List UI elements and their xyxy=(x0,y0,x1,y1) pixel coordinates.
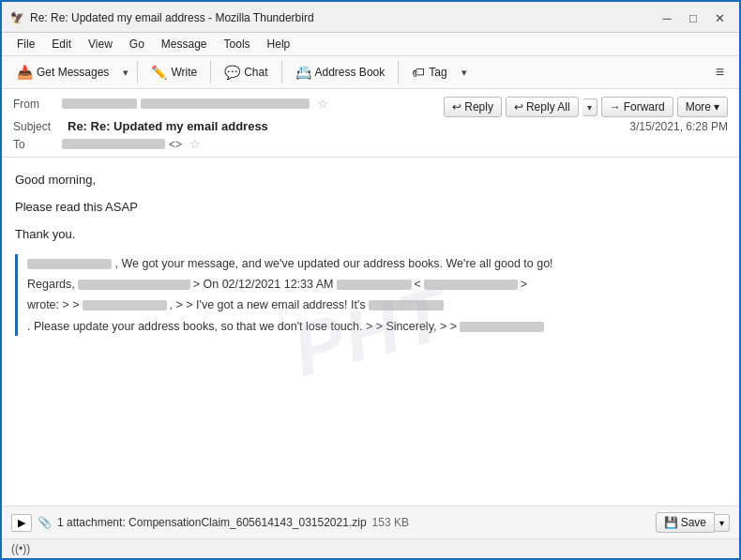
toolbar-separator-1 xyxy=(137,61,138,83)
paperclip-icon: 📎 xyxy=(38,516,52,529)
main-window: 🦅 Re: Re: Updated my email address - Moz… xyxy=(0,0,741,560)
more-label: More xyxy=(686,100,711,114)
write-label: Write xyxy=(171,66,197,79)
title-bar-left: 🦅 Re: Re: Updated my email address - Moz… xyxy=(9,10,314,25)
save-btn-group: 💾 Save ▾ xyxy=(656,512,730,533)
chat-label: Chat xyxy=(244,66,267,79)
menu-view[interactable]: View xyxy=(81,35,120,53)
email-body: PHT Good morning, Please read this ASAP … xyxy=(2,158,739,506)
wifi-icon: ((•)) xyxy=(11,542,30,555)
regards-text: Regards, xyxy=(27,275,75,294)
from-row: From ☆ xyxy=(13,95,444,113)
to-row: To <> ☆ xyxy=(13,135,728,153)
from-star-icon[interactable]: ☆ xyxy=(317,97,328,111)
forward-label: Forward xyxy=(624,100,665,114)
reply-all-label: Reply All xyxy=(526,100,570,114)
email-blur xyxy=(424,280,518,290)
expand-attachment-button[interactable]: ▶ xyxy=(11,514,32,532)
toolbar-separator-3 xyxy=(281,61,282,83)
address-book-button[interactable]: 📇 Address Book xyxy=(288,61,393,83)
quoted-block: , We got your message, and we've updated… xyxy=(15,254,726,336)
attachment-left: ▶ 📎 1 attachment: CompensationClaim_6056… xyxy=(11,514,409,532)
quoted-line-1: , We got your message, and we've updated… xyxy=(27,254,726,273)
menu-file[interactable]: File xyxy=(9,35,42,53)
write-icon: ✏️ xyxy=(151,65,167,80)
write-button[interactable]: ✏️ Write xyxy=(144,61,204,83)
save-button[interactable]: 💾 Save xyxy=(656,512,715,533)
more-icon: ▾ xyxy=(714,100,719,114)
toolbar-separator-2 xyxy=(210,61,211,83)
attachment-text: 1 attachment: CompensationClaim_60561414… xyxy=(57,516,367,529)
quoted-name-blur xyxy=(27,259,112,269)
menu-help[interactable]: Help xyxy=(260,35,298,53)
to-angle-brackets: <> xyxy=(169,138,182,151)
menu-tools[interactable]: Tools xyxy=(217,35,258,53)
forward-icon: → xyxy=(610,100,621,114)
status-bar: ((•)) xyxy=(2,538,739,558)
get-messages-icon: 📥 xyxy=(17,65,33,80)
forward-button[interactable]: → Forward xyxy=(601,97,673,117)
to-star-icon[interactable]: ☆ xyxy=(189,137,201,151)
body-line-3: Thank you. xyxy=(15,227,726,241)
save-icon: 💾 xyxy=(664,516,678,529)
reply-label: Reply xyxy=(464,100,493,114)
subject-row: Subject Re: Re: Updated my email address… xyxy=(13,117,728,135)
to-name-blur xyxy=(62,139,165,149)
new-email-blur xyxy=(369,300,444,310)
quoted-line-2: Regards, > On 02/12/2021 12:33 AM < > xyxy=(27,275,726,294)
close-bracket: > xyxy=(521,275,527,294)
from-label: From xyxy=(13,98,62,111)
address-book-icon: 📇 xyxy=(295,65,311,80)
i-got-text: , > > I've got a new email address! It's xyxy=(170,295,366,314)
please-update-text: . Please update your address books, so t… xyxy=(27,317,457,336)
app-icon: 🦅 xyxy=(9,10,24,25)
from-name-blur xyxy=(62,98,137,109)
address-book-label: Address Book xyxy=(315,66,386,79)
sincerely-name-blur xyxy=(460,322,544,332)
attachment-bar: ▶ 📎 1 attachment: CompensationClaim_6056… xyxy=(2,506,739,538)
reply-button[interactable]: ↩ Reply xyxy=(444,97,502,117)
email-header: From ☆ ↩ Reply ↩ Reply All ▾ xyxy=(2,89,739,158)
menu-bar: File Edit View Go Message Tools Help xyxy=(2,33,739,56)
maximize-button[interactable]: □ xyxy=(681,8,705,28)
regards-name-blur xyxy=(78,280,190,290)
minimize-button[interactable]: ─ xyxy=(655,8,679,28)
tag-icon: 🏷 xyxy=(412,65,425,80)
body-line-1: Good morning, xyxy=(15,173,726,187)
chat-button[interactable]: 💬 Chat xyxy=(217,61,275,83)
reply-all-button[interactable]: ↩ Reply All xyxy=(506,97,579,117)
subject-text: Re: Re: Updated my email address xyxy=(68,119,268,133)
tag-dropdown[interactable]: ▾ xyxy=(459,63,470,83)
wrote-text: wrote: > > xyxy=(27,295,80,314)
on-name-blur xyxy=(337,280,412,290)
chat-icon: 💬 xyxy=(224,65,240,80)
quoted-line-3: wrote: > > , > > I've got a new email ad… xyxy=(27,295,726,336)
on-date-text: > On 02/12/2021 12:33 AM xyxy=(193,275,334,294)
tag-button[interactable]: 🏷 Tag xyxy=(404,61,454,83)
menu-go[interactable]: Go xyxy=(122,35,152,53)
reply-icon: ↩ xyxy=(452,100,461,114)
close-button[interactable]: ✕ xyxy=(707,8,732,28)
window-title: Re: Re: Updated my email address - Mozil… xyxy=(30,11,314,24)
save-dropdown[interactable]: ▾ xyxy=(715,514,730,532)
to-label: To xyxy=(13,138,62,151)
reply-all-dropdown[interactable]: ▾ xyxy=(582,98,597,116)
tag-label: Tag xyxy=(429,66,446,79)
from-value: ☆ xyxy=(62,97,444,111)
get-messages-dropdown[interactable]: ▾ xyxy=(120,63,131,83)
menu-edit[interactable]: Edit xyxy=(44,35,79,53)
attachment-size: 153 KB xyxy=(372,516,409,529)
hamburger-menu[interactable]: ≡ xyxy=(708,60,732,84)
reply-all-icon: ↩ xyxy=(514,100,523,114)
get-messages-button[interactable]: 📥 Get Messages xyxy=(9,61,116,83)
more-button[interactable]: More ▾ xyxy=(677,97,728,117)
email-date: 3/15/2021, 6:28 PM xyxy=(629,120,728,133)
toolbar: 📥 Get Messages ▾ ✏️ Write 💬 Chat 📇 Addre… xyxy=(2,56,739,89)
menu-message[interactable]: Message xyxy=(154,35,215,53)
from-email-blur xyxy=(141,98,310,109)
get-messages-label: Get Messages xyxy=(37,66,109,79)
title-bar: 🦅 Re: Re: Updated my email address - Moz… xyxy=(2,2,739,33)
action-buttons: ↩ Reply ↩ Reply All ▾ → Forward More ▾ xyxy=(444,97,728,117)
body-line-2: Please read this ASAP xyxy=(15,200,726,214)
toolbar-separator-4 xyxy=(398,61,399,83)
